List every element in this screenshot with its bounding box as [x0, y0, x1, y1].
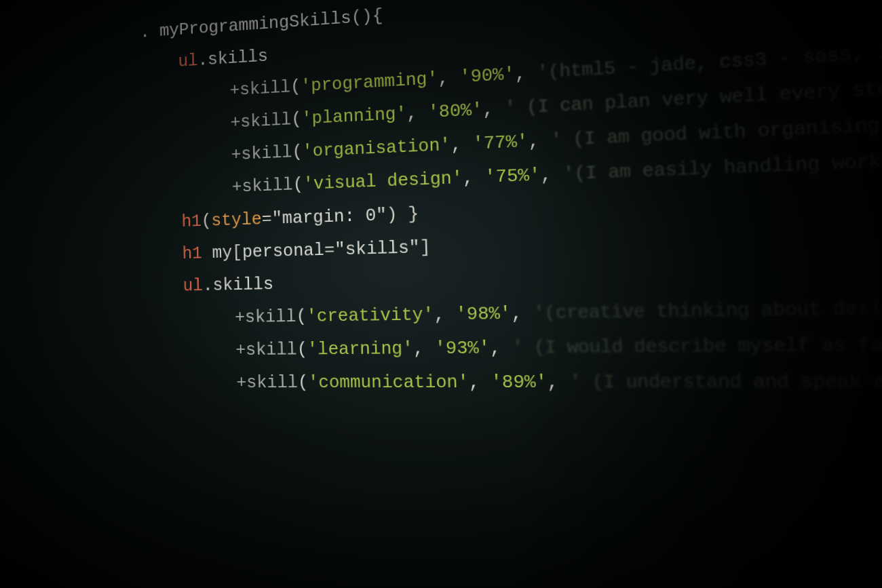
code-sep: ,: [468, 372, 491, 393]
code-punct: ) }: [386, 203, 419, 225]
code-sep: ,: [462, 167, 484, 189]
code-sep: ,: [434, 304, 456, 326]
code-attr: style: [211, 209, 262, 231]
code-punct: (: [202, 210, 212, 231]
code-punct: (: [291, 109, 302, 130]
code-string: 'organisation': [302, 135, 451, 162]
code-string: 'communication': [308, 372, 469, 393]
code-punct: ]: [419, 237, 431, 258]
code-operator: =: [261, 208, 272, 229]
code-string: ' (I would describe myself as fast learn…: [512, 332, 882, 359]
code-line: +skill('communication', '89%', ' (I unde…: [147, 364, 882, 401]
code-mixin: +skill: [235, 339, 297, 360]
code-punct: (: [292, 142, 303, 163]
code-sep: ,: [540, 164, 563, 187]
code-string: '75%': [484, 165, 541, 189]
code-function-name: myProgrammingSkills: [159, 7, 351, 41]
code-string: 'learning': [307, 338, 414, 360]
code-tag: h1: [181, 211, 202, 232]
code-string: 'programming': [301, 68, 438, 97]
code-string: ' (I understand and speak english with: [569, 370, 882, 393]
code-punct: (: [298, 372, 309, 393]
code-string: 'planning': [301, 104, 407, 130]
code-string: '89%': [491, 372, 548, 393]
code-punct: (: [292, 174, 303, 195]
code-tag: ul: [178, 50, 198, 71]
code-sep: ,: [406, 102, 429, 124]
code-mixin: +skill: [229, 77, 290, 101]
code-punct: [: [232, 242, 243, 262]
code-string: 'creativity': [306, 304, 434, 326]
code-string: "skills": [334, 237, 420, 260]
code-string: '90%': [459, 64, 515, 88]
code-mixin: +skill: [230, 110, 291, 133]
code-sep: ,: [450, 134, 473, 155]
code-string: '77%': [472, 131, 529, 155]
code-operator: =: [324, 239, 335, 260]
code-class: .skills: [203, 274, 274, 296]
code-sep: ,: [438, 67, 460, 90]
code-string: "margin: 0": [271, 204, 387, 229]
code-string: '98%': [455, 303, 512, 326]
code-mixin: +skill: [235, 306, 296, 327]
code-editor[interactable]: . myProgrammingSkills(){ ul.skills +skil…: [19, 0, 882, 400]
code-sep: ,: [413, 338, 436, 359]
code-variable: my: [212, 242, 232, 263]
code-mixin: +skill: [231, 142, 292, 165]
code-mixin: +skill: [231, 175, 293, 197]
code-tag: h1: [182, 243, 202, 263]
code-punct: (: [290, 77, 301, 98]
code-tag: ul: [183, 275, 203, 296]
code-sep: ,: [490, 337, 513, 359]
code-class: .skills: [197, 46, 268, 71]
code-string: '(creative thinking about design and cod…: [533, 294, 882, 324]
code-string: 'visual design': [303, 168, 463, 195]
code-sep: ,: [514, 62, 537, 85]
code-punct: (: [296, 339, 307, 360]
code-punct: (: [296, 306, 307, 327]
code-attr: personal: [242, 239, 325, 262]
code-sep: ,: [482, 98, 505, 121]
code-sep: ,: [528, 130, 551, 153]
code-punct: (){: [351, 5, 383, 28]
code-token: .: [140, 21, 159, 42]
code-token: [202, 243, 212, 263]
code-mixin: +skill: [236, 372, 298, 393]
code-sep: ,: [511, 302, 534, 324]
code-string: '80%': [428, 100, 483, 123]
code-sep: ,: [547, 372, 571, 393]
code-string: '93%': [435, 337, 491, 359]
